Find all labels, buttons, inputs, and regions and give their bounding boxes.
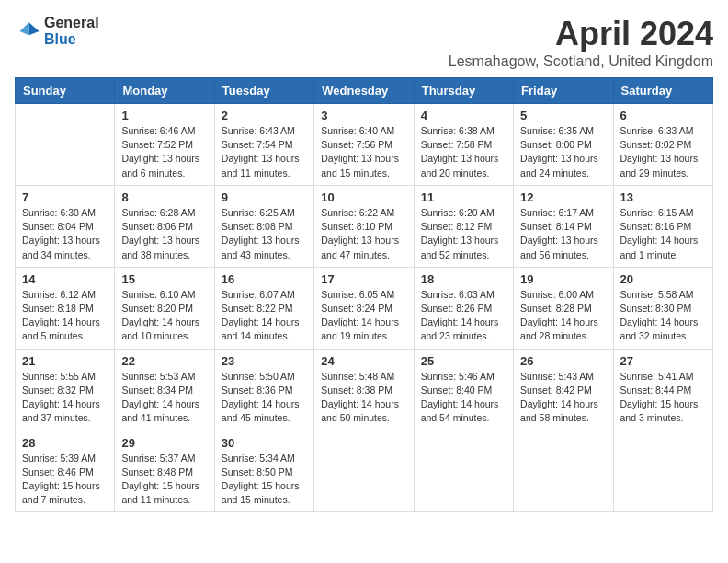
day-number: 24	[321, 354, 406, 368]
day-info: Sunrise: 6:10 AM Sunset: 8:20 PM Dayligh…	[121, 288, 207, 344]
day-info: Sunrise: 6:05 AM Sunset: 8:24 PM Dayligh…	[321, 288, 406, 344]
logo-icon	[15, 18, 40, 44]
day-number: 26	[520, 354, 606, 368]
day-number: 18	[421, 272, 506, 286]
day-info: Sunrise: 5:39 AM Sunset: 8:46 PM Dayligh…	[22, 452, 108, 508]
page-header: General Blue April 2024 Lesmahagow, Scot…	[15, 15, 713, 70]
day-number: 27	[620, 354, 706, 368]
calendar-cell	[414, 431, 513, 512]
calendar-table: SundayMondayTuesdayWednesdayThursdayFrid…	[15, 77, 713, 512]
calendar-cell: 30Sunrise: 5:34 AM Sunset: 8:50 PM Dayli…	[214, 431, 313, 512]
calendar-cell: 4Sunrise: 6:38 AM Sunset: 7:58 PM Daylig…	[414, 104, 513, 186]
day-info: Sunrise: 5:48 AM Sunset: 8:38 PM Dayligh…	[321, 370, 406, 426]
day-info: Sunrise: 5:55 AM Sunset: 8:32 PM Dayligh…	[22, 370, 108, 426]
calendar-cell	[314, 431, 414, 512]
day-number: 2	[222, 109, 307, 122]
day-number: 8	[121, 190, 207, 204]
calendar-cell: 13Sunrise: 6:15 AM Sunset: 8:16 PM Dayli…	[613, 185, 712, 267]
day-info: Sunrise: 6:22 AM Sunset: 8:10 PM Dayligh…	[321, 206, 406, 262]
day-number: 17	[321, 272, 406, 286]
day-info: Sunrise: 6:33 AM Sunset: 8:02 PM Dayligh…	[620, 124, 706, 180]
calendar-header-sunday: Sunday	[16, 78, 115, 104]
day-info: Sunrise: 5:53 AM Sunset: 8:34 PM Dayligh…	[121, 370, 207, 426]
calendar-cell: 8Sunrise: 6:28 AM Sunset: 8:06 PM Daylig…	[115, 185, 214, 267]
calendar-header-saturday: Saturday	[613, 78, 712, 104]
day-info: Sunrise: 6:00 AM Sunset: 8:28 PM Dayligh…	[520, 288, 606, 344]
logo: General Blue	[15, 15, 99, 48]
day-number: 1	[121, 109, 207, 122]
day-number: 29	[121, 436, 207, 450]
day-number: 12	[520, 190, 606, 204]
day-number: 28	[22, 436, 108, 450]
calendar-header-thursday: Thursday	[414, 78, 513, 104]
calendar-cell: 28Sunrise: 5:39 AM Sunset: 8:46 PM Dayli…	[16, 431, 115, 512]
day-info: Sunrise: 5:58 AM Sunset: 8:30 PM Dayligh…	[620, 288, 706, 344]
day-number: 9	[222, 190, 307, 204]
week-row-5: 28Sunrise: 5:39 AM Sunset: 8:46 PM Dayli…	[16, 431, 713, 512]
calendar-header-wednesday: Wednesday	[314, 78, 414, 104]
calendar-cell: 6Sunrise: 6:33 AM Sunset: 8:02 PM Daylig…	[613, 104, 712, 186]
week-row-2: 7Sunrise: 6:30 AM Sunset: 8:04 PM Daylig…	[16, 185, 713, 267]
day-info: Sunrise: 6:03 AM Sunset: 8:26 PM Dayligh…	[421, 288, 506, 344]
calendar-cell: 16Sunrise: 6:07 AM Sunset: 8:22 PM Dayli…	[214, 267, 313, 349]
day-info: Sunrise: 6:25 AM Sunset: 8:08 PM Dayligh…	[222, 206, 307, 262]
calendar-cell: 17Sunrise: 6:05 AM Sunset: 8:24 PM Dayli…	[314, 267, 414, 349]
day-number: 10	[321, 190, 406, 204]
calendar-header-tuesday: Tuesday	[214, 78, 313, 104]
calendar-cell: 1Sunrise: 6:46 AM Sunset: 7:52 PM Daylig…	[115, 104, 214, 186]
day-number: 25	[421, 354, 506, 368]
calendar-header-friday: Friday	[514, 78, 613, 104]
day-number: 21	[22, 354, 108, 368]
title-block: April 2024 Lesmahagow, Scotland, United …	[449, 15, 713, 70]
day-number: 7	[22, 190, 108, 204]
day-info: Sunrise: 6:43 AM Sunset: 7:54 PM Dayligh…	[222, 124, 307, 180]
calendar-cell: 18Sunrise: 6:03 AM Sunset: 8:26 PM Dayli…	[414, 267, 513, 349]
day-info: Sunrise: 6:15 AM Sunset: 8:16 PM Dayligh…	[620, 206, 706, 262]
day-info: Sunrise: 6:12 AM Sunset: 8:18 PM Dayligh…	[22, 288, 108, 344]
day-info: Sunrise: 6:17 AM Sunset: 8:14 PM Dayligh…	[520, 206, 606, 262]
calendar-cell: 29Sunrise: 5:37 AM Sunset: 8:48 PM Dayli…	[115, 431, 214, 512]
day-info: Sunrise: 5:46 AM Sunset: 8:40 PM Dayligh…	[421, 370, 506, 426]
calendar-cell: 25Sunrise: 5:46 AM Sunset: 8:40 PM Dayli…	[414, 349, 513, 431]
calendar-cell	[514, 431, 613, 512]
day-number: 15	[121, 272, 207, 286]
calendar-cell: 9Sunrise: 6:25 AM Sunset: 8:08 PM Daylig…	[214, 185, 313, 267]
day-number: 19	[520, 272, 606, 286]
day-info: Sunrise: 6:30 AM Sunset: 8:04 PM Dayligh…	[22, 206, 108, 262]
day-info: Sunrise: 6:46 AM Sunset: 7:52 PM Dayligh…	[121, 124, 207, 180]
calendar-cell: 10Sunrise: 6:22 AM Sunset: 8:10 PM Dayli…	[314, 185, 414, 267]
week-row-1: 1Sunrise: 6:46 AM Sunset: 7:52 PM Daylig…	[16, 104, 713, 186]
calendar-cell: 26Sunrise: 5:43 AM Sunset: 8:42 PM Dayli…	[514, 349, 613, 431]
day-number: 13	[620, 190, 706, 204]
calendar-cell: 24Sunrise: 5:48 AM Sunset: 8:38 PM Dayli…	[314, 349, 414, 431]
day-number: 30	[222, 436, 307, 450]
calendar-cell	[16, 104, 115, 186]
calendar-cell: 2Sunrise: 6:43 AM Sunset: 7:54 PM Daylig…	[214, 104, 313, 186]
day-number: 6	[620, 109, 706, 122]
day-number: 14	[22, 272, 108, 286]
day-info: Sunrise: 5:41 AM Sunset: 8:44 PM Dayligh…	[620, 370, 706, 426]
calendar-header-monday: Monday	[115, 78, 214, 104]
calendar-cell: 23Sunrise: 5:50 AM Sunset: 8:36 PM Dayli…	[214, 349, 313, 431]
day-number: 23	[222, 354, 307, 368]
calendar-cell: 21Sunrise: 5:55 AM Sunset: 8:32 PM Dayli…	[16, 349, 115, 431]
day-info: Sunrise: 6:38 AM Sunset: 7:58 PM Dayligh…	[421, 124, 506, 180]
week-row-3: 14Sunrise: 6:12 AM Sunset: 8:18 PM Dayli…	[16, 267, 713, 349]
day-info: Sunrise: 5:43 AM Sunset: 8:42 PM Dayligh…	[520, 370, 606, 426]
day-info: Sunrise: 6:28 AM Sunset: 8:06 PM Dayligh…	[121, 206, 207, 262]
day-info: Sunrise: 6:40 AM Sunset: 7:56 PM Dayligh…	[321, 124, 406, 180]
day-info: Sunrise: 6:07 AM Sunset: 8:22 PM Dayligh…	[222, 288, 307, 344]
calendar-header-row: SundayMondayTuesdayWednesdayThursdayFrid…	[16, 78, 713, 104]
calendar-cell: 20Sunrise: 5:58 AM Sunset: 8:30 PM Dayli…	[613, 267, 712, 349]
day-number: 4	[421, 109, 506, 122]
calendar-cell: 7Sunrise: 6:30 AM Sunset: 8:04 PM Daylig…	[16, 185, 115, 267]
day-info: Sunrise: 6:35 AM Sunset: 8:00 PM Dayligh…	[520, 124, 606, 180]
day-info: Sunrise: 5:37 AM Sunset: 8:48 PM Dayligh…	[121, 452, 207, 508]
day-number: 20	[620, 272, 706, 286]
calendar-cell: 22Sunrise: 5:53 AM Sunset: 8:34 PM Dayli…	[115, 349, 214, 431]
calendar-cell	[613, 431, 712, 512]
calendar-cell: 3Sunrise: 6:40 AM Sunset: 7:56 PM Daylig…	[314, 104, 414, 186]
day-info: Sunrise: 5:34 AM Sunset: 8:50 PM Dayligh…	[222, 452, 307, 508]
month-title: April 2024	[449, 15, 713, 53]
day-number: 16	[222, 272, 307, 286]
